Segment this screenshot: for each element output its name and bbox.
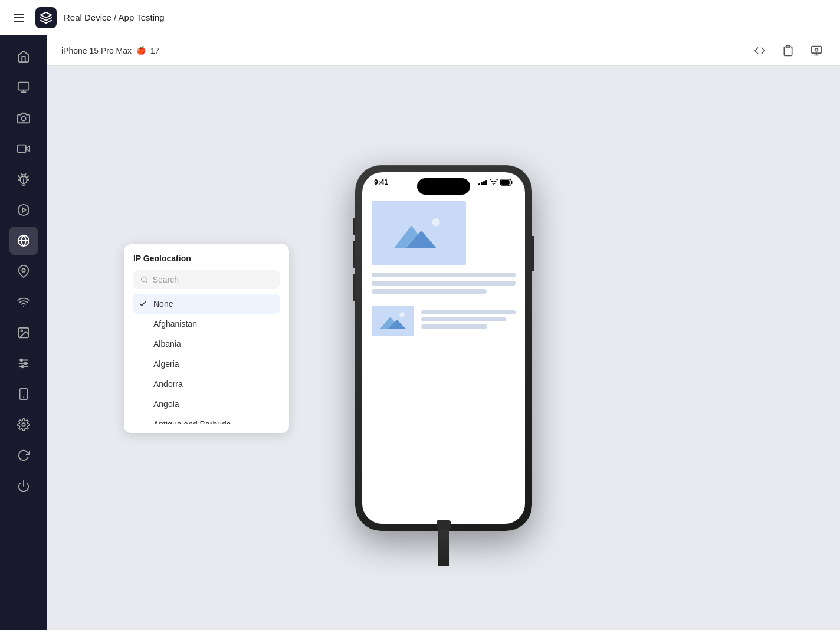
signal-bar-2 [481, 182, 483, 185]
phone-outer: 9:41 [355, 165, 532, 531]
svg-point-21 [22, 423, 25, 426]
svg-point-10 [22, 268, 25, 272]
app-title: Real Device / App Testing [64, 12, 165, 22]
svg-point-3 [21, 116, 25, 120]
main-layout: iPhone 15 Pro Max 🍎 17 [0, 35, 840, 630]
search-icon [140, 275, 148, 284]
sidebar-item-globe[interactable] [9, 227, 38, 255]
svg-point-16 [21, 359, 23, 362]
header-actions [750, 41, 826, 60]
svg-point-38 [399, 312, 405, 317]
text-line-3 [372, 289, 487, 294]
sidebar-item-home[interactable] [9, 42, 38, 71]
geo-item-afghanistan[interactable]: Afghanistan [133, 314, 280, 334]
battery-icon [500, 179, 513, 186]
geo-list: None Afghanistan Albania A [133, 294, 280, 424]
apple-icon: 🍎 [136, 46, 146, 55]
sidebar-item-device[interactable] [9, 380, 38, 408]
geo-item-none[interactable]: None [133, 294, 280, 314]
phone-button-volume-down [353, 274, 355, 301]
phone-button-silent [353, 218, 355, 235]
signal-bars [478, 179, 487, 185]
geo-item-albania[interactable]: Albania [133, 334, 280, 354]
top-bar: Real Device / App Testing [0, 0, 840, 35]
phone-button-volume-up [353, 241, 355, 268]
geo-item-antigua[interactable]: Antigua and Barbuda [133, 414, 280, 424]
sidebar-item-display[interactable] [9, 73, 38, 101]
phone-button-power [532, 236, 534, 271]
svg-point-18 [21, 366, 24, 368]
dynamic-island [417, 178, 470, 195]
phone-text-lines [372, 273, 516, 294]
os-version: 17 [150, 46, 160, 55]
geo-item-afghanistan-label: Afghanistan [153, 319, 197, 329]
text-line-1 [372, 273, 516, 277]
sidebar-item-refresh[interactable] [9, 441, 38, 470]
card-line-3 [421, 324, 487, 329]
svg-point-25 [815, 48, 818, 51]
geo-item-angola-label: Angola [153, 399, 179, 409]
svg-point-12 [21, 330, 22, 332]
geo-item-andorra-label: Andorra [153, 379, 183, 389]
card-line-2 [421, 317, 506, 321]
sidebar-item-bug[interactable] [9, 165, 38, 193]
geo-panel: IP Geolocation None [124, 244, 289, 433]
geo-item-antigua-label: Antigua and Barbuda [153, 419, 231, 424]
geo-search-container [133, 270, 280, 289]
geo-item-albania-label: Albania [153, 339, 181, 349]
geo-item-algeria[interactable]: Algeria [133, 354, 280, 374]
sidebar-item-network[interactable] [9, 288, 38, 316]
svg-rect-23 [786, 45, 790, 47]
svg-rect-0 [18, 83, 29, 90]
check-icon [138, 299, 147, 309]
usb-cable [438, 525, 449, 566]
sidebar-item-video[interactable] [9, 134, 38, 163]
sidebar-item-settings[interactable] [9, 411, 38, 439]
svg-rect-24 [812, 46, 822, 53]
phone-image-large [372, 201, 466, 265]
phone-container: IP Geolocation None [47, 66, 840, 630]
sidebar-item-settings-sliders[interactable] [9, 349, 38, 378]
menu-button[interactable] [9, 8, 28, 27]
phone-screen[interactable]: 9:41 [362, 172, 525, 524]
app-logo [35, 7, 57, 28]
usb-connector [437, 520, 451, 530]
svg-point-17 [25, 362, 27, 365]
sidebar [0, 35, 47, 630]
svg-rect-30 [501, 180, 510, 185]
code-button[interactable] [750, 41, 769, 60]
status-icons [478, 179, 513, 186]
sidebar-item-gallery[interactable] [9, 319, 38, 347]
signal-bar-1 [478, 183, 480, 185]
geo-panel-title: IP Geolocation [133, 254, 280, 263]
svg-point-34 [432, 218, 440, 226]
device-name: iPhone 15 Pro Max [61, 46, 132, 55]
svg-marker-7 [22, 208, 26, 212]
geo-item-algeria-label: Algeria [153, 359, 179, 369]
svg-marker-4 [26, 146, 29, 151]
sidebar-item-location[interactable] [9, 257, 38, 286]
inspect-button[interactable] [807, 41, 826, 60]
phone-mockup: 9:41 [355, 165, 532, 531]
device-info: iPhone 15 Pro Max 🍎 17 [61, 46, 160, 55]
wifi-icon [490, 179, 498, 185]
phone-card-row [372, 306, 516, 336]
geo-search-input[interactable] [153, 275, 273, 284]
card-line-1 [421, 310, 516, 314]
content-area: iPhone 15 Pro Max 🍎 17 [47, 35, 840, 630]
card-mountain-svg [378, 310, 408, 332]
phone-image-small [372, 306, 414, 336]
geo-item-angola[interactable]: Angola [133, 394, 280, 414]
svg-rect-19 [20, 389, 28, 399]
signal-bar-3 [483, 181, 485, 185]
sidebar-item-power[interactable] [9, 472, 38, 500]
svg-line-27 [146, 281, 147, 282]
phone-app-content [362, 191, 525, 346]
geo-item-andorra[interactable]: Andorra [133, 374, 280, 394]
sidebar-item-camera[interactable] [9, 104, 38, 132]
geo-item-none-label: None [153, 299, 173, 309]
clipboard-button[interactable] [779, 41, 798, 60]
text-line-2 [372, 281, 516, 286]
sidebar-item-play[interactable] [9, 196, 38, 224]
signal-bar-4 [485, 180, 487, 185]
